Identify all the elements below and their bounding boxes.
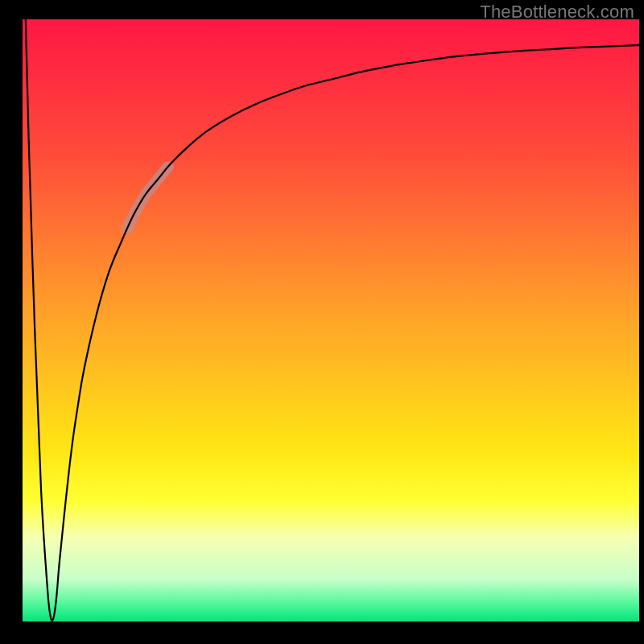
bottleneck-chart: TheBottleneck.com [0,0,644,644]
chart-frame [639,0,644,644]
watermark-text: TheBottleneck.com [480,2,634,23]
chart-frame [0,621,644,644]
plot-background [23,19,639,621]
chart-frame [0,0,23,644]
chart-canvas [0,0,644,644]
